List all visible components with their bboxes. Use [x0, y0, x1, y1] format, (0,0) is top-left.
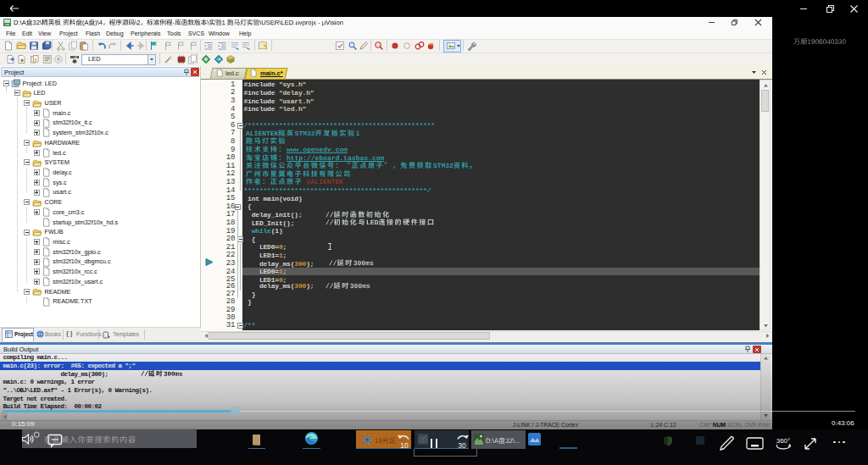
svg-text:LOAD: LOAD: [71, 56, 79, 59]
svg-text:10: 10: [400, 441, 409, 450]
svg-text:360°: 360°: [776, 437, 791, 445]
